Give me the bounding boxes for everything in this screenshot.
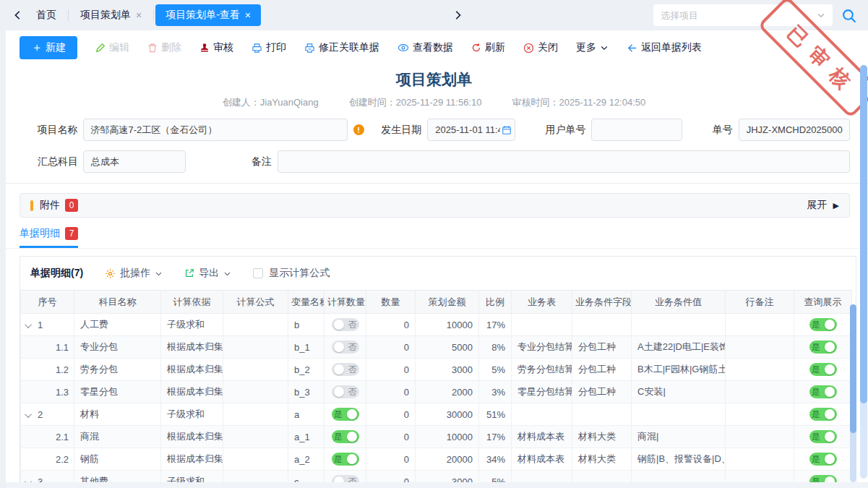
- cell-amount: 30000: [416, 403, 479, 426]
- more-label: 更多: [576, 41, 596, 54]
- left-gutter: [0, 30, 6, 488]
- cell-biz_field: [572, 403, 632, 426]
- summary-subject-field[interactable]: 总成本: [83, 150, 186, 173]
- edit-button[interactable]: 编辑: [95, 41, 129, 54]
- checkbox-icon[interactable]: [253, 268, 263, 278]
- page-scrollbar-thumb[interactable]: [860, 65, 867, 403]
- tab-divider: [153, 9, 154, 21]
- cell-qty: 0: [366, 381, 416, 403]
- project-name-field[interactable]: 济邹高速7-2工区（金石公司）: [83, 119, 348, 141]
- chevron-down-icon[interactable]: [817, 11, 825, 20]
- occur-date-label: 发生日期: [379, 124, 422, 137]
- cell-ratio: 51%: [479, 403, 512, 426]
- chevron-left-icon[interactable]: [10, 10, 26, 20]
- new-button[interactable]: ＋ 新建: [20, 36, 77, 59]
- table-row[interactable]: 2材料子级求和a是03000051%是: [21, 403, 852, 426]
- attachment-bar[interactable]: 附件 0 展开 ▶: [20, 193, 850, 218]
- cell-biz_value: [632, 314, 726, 336]
- expand-button[interactable]: 展开 ▶: [807, 199, 839, 212]
- toggle-knob: [825, 387, 835, 397]
- tab-bar: 首页 项目策划单 × 项目策划单-查看 ×: [0, 0, 868, 30]
- table-row[interactable]: 1.1专业分包根据成本归集b_1否050008%专业分包结算子分包工种A土建22…: [21, 336, 852, 359]
- cell-amount: 10000: [416, 314, 479, 336]
- toggle-off[interactable]: 否: [332, 363, 359, 376]
- tab-home[interactable]: 首页: [26, 4, 66, 26]
- table-toolbar: 单据明细(7) 批操作 导出 显示计算公式: [20, 257, 856, 290]
- calendar-icon[interactable]: [502, 125, 512, 135]
- audit-button[interactable]: 审核: [199, 41, 233, 54]
- doc-no-field[interactable]: JHJZ-XMCHD2025000: [739, 119, 850, 141]
- batch-actions-button[interactable]: 批操作: [105, 267, 163, 280]
- table-row[interactable]: 1人工费子级求和b否01000017%是: [21, 314, 852, 336]
- occur-date-field[interactable]: 2025-11-01 11:47:: [427, 119, 515, 141]
- print-button[interactable]: 打印: [252, 41, 286, 54]
- export-button[interactable]: 导出: [184, 267, 231, 280]
- export-label: 导出: [199, 267, 219, 280]
- close-icon[interactable]: ×: [245, 9, 251, 21]
- toggle-off[interactable]: 否: [332, 385, 359, 398]
- toggle-on[interactable]: 是: [809, 363, 837, 376]
- cell-display: 是: [794, 336, 852, 359]
- new-button-label: 新建: [46, 41, 66, 54]
- toggle-on[interactable]: 是: [809, 453, 837, 466]
- expand-caret-icon[interactable]: [25, 321, 32, 328]
- expand-caret-icon[interactable]: [25, 411, 32, 418]
- table-row[interactable]: 2.2钢筋根据成本归集a_2是02000034%材料成本表材料大类钢筋|B、报警…: [21, 448, 852, 471]
- attachment-marker-icon: [30, 200, 33, 211]
- cell-seq: 2.1: [21, 426, 74, 448]
- info-icon[interactable]: !: [353, 124, 364, 135]
- delete-button[interactable]: 删除: [147, 41, 181, 54]
- search-icon[interactable]: [841, 8, 856, 23]
- chevron-right-icon[interactable]: [450, 10, 465, 20]
- toggle-knob: [825, 409, 835, 419]
- attachment-count-badge: 0: [65, 199, 78, 212]
- toggle-on[interactable]: 是: [332, 453, 359, 466]
- tab-project-plan-view[interactable]: 项目策划单-查看 ×: [155, 4, 261, 26]
- cell-biz_table: 零星分包结算子: [512, 381, 572, 403]
- toggle-on[interactable]: 是: [332, 408, 359, 421]
- more-button[interactable]: 更多: [576, 41, 609, 54]
- cell-amount: 3000: [416, 359, 479, 381]
- remark-label: 备注: [249, 155, 272, 168]
- fix-related-docs-label: 修正关联单据: [319, 41, 379, 54]
- print-button-label: 打印: [266, 41, 286, 54]
- toggle-off[interactable]: 否: [332, 341, 359, 354]
- cell-biz_value: [632, 403, 726, 426]
- toggle-off[interactable]: 否: [332, 318, 359, 331]
- user-no-field[interactable]: [591, 119, 682, 141]
- toggle-knob: [334, 387, 344, 397]
- fix-related-docs-button[interactable]: 修正关联单据: [304, 41, 379, 54]
- column-header: 科目名称: [74, 291, 161, 314]
- view-data-button[interactable]: 查看数据: [398, 41, 453, 54]
- close-button[interactable]: 关闭: [523, 41, 558, 54]
- refresh-button[interactable]: 刷新: [471, 41, 505, 54]
- toggle-on[interactable]: 是: [809, 408, 837, 421]
- cell-amount: 2000: [416, 381, 479, 403]
- toggle-label: 是: [334, 431, 343, 443]
- table-row[interactable]: 1.3零星分包根据成本归集b_3否020003%零星分包结算子分包工种C安装|是: [21, 381, 852, 403]
- tab-project-plan-list[interactable]: 项目策划单 ×: [70, 4, 152, 26]
- project-name-label: 项目名称: [20, 124, 78, 137]
- toggle-on[interactable]: 是: [809, 318, 837, 331]
- toggle-knob: [347, 409, 357, 419]
- show-formula-checkbox[interactable]: 显示计算公式: [253, 267, 330, 280]
- close-icon[interactable]: ×: [136, 9, 142, 21]
- table-row[interactable]: 1.2劳务分包根据成本归集b_2否030005%劳务分包结算子分包工种B木工|F…: [21, 359, 852, 381]
- cell-variable: a_2: [288, 448, 325, 471]
- cell-remark: [726, 403, 794, 426]
- back-to-list-button[interactable]: 返回单据列表: [627, 41, 702, 54]
- cell-basis: 子级求和: [161, 403, 223, 426]
- tab-detail[interactable]: 单据明细 7: [20, 227, 78, 248]
- table-scrollbar-thumb[interactable]: [850, 304, 856, 433]
- show-formula-label: 显示计算公式: [269, 267, 330, 280]
- triangle-right-icon: ▶: [833, 201, 839, 210]
- toggle-on[interactable]: 是: [809, 341, 837, 354]
- toggle-on[interactable]: 是: [809, 430, 837, 443]
- table-row[interactable]: 2.1商混根据成本归集a_1是01000017%材料成本表材料大类商混|是: [21, 426, 852, 448]
- toggle-on[interactable]: 是: [332, 430, 359, 443]
- cell-formula: [223, 336, 288, 359]
- column-header: 序号: [21, 291, 74, 314]
- toggle-label: 是: [334, 453, 343, 466]
- toggle-on[interactable]: 是: [809, 385, 837, 398]
- remark-field[interactable]: [278, 150, 850, 173]
